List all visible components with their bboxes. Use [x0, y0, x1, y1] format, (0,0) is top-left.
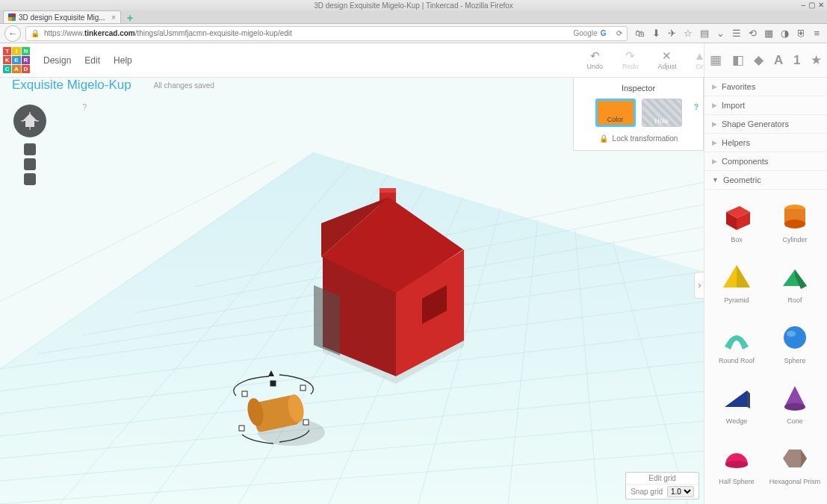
number-tool-icon[interactable]: 1: [793, 53, 800, 68]
close-button[interactable]: ✕: [818, 1, 824, 9]
menu-edit[interactable]: Edit: [84, 55, 100, 66]
library-icon[interactable]: ▤: [700, 28, 709, 39]
reader-icon[interactable]: ☰: [732, 28, 741, 39]
sync-icon[interactable]: ⟲: [749, 28, 757, 39]
shape-box[interactable]: Box: [707, 196, 766, 256]
ruler-tool-icon[interactable]: ◆: [754, 52, 763, 68]
shape-round-roof[interactable]: Round Roof: [707, 317, 766, 377]
shape-sphere[interactable]: Sphere: [766, 317, 824, 377]
right-rail: ▦ ◧ ◆ A 1 ★ ▶Favorites▶Import▶Shape Gene…: [704, 43, 827, 504]
app-menubar: TINKERCAD DesignEditHelp ↶Undo↷Redo✕Adju…: [0, 43, 827, 78]
chevron-right-icon: ▶: [712, 120, 717, 128]
adblock-icon[interactable]: ◑: [781, 28, 789, 39]
undo-button[interactable]: ↶Undo: [586, 51, 603, 70]
save-status: All changes saved: [154, 81, 214, 90]
snap-grid-select[interactable]: 1.0: [667, 486, 694, 497]
edit-grid-button[interactable]: Edit grid: [626, 473, 699, 485]
search-provider: Google G: [573, 29, 606, 37]
menu-design[interactable]: Design: [43, 55, 71, 66]
back-button[interactable]: ←: [4, 25, 21, 42]
svg-point-57: [784, 403, 805, 411]
os-titlebar: 3D design Exquisite Migelo-Kup | Tinkerc…: [0, 0, 827, 10]
lock-transformation[interactable]: 🔒 Lock transformation: [581, 134, 696, 143]
shape-icon: [778, 321, 812, 354]
svg-point-47: [784, 220, 805, 228]
inspector-panel: Inspector Color Hole ? 🔒 Lock transforma…: [573, 78, 704, 151]
cart-icon[interactable]: 🛍: [635, 28, 645, 39]
shape-pyramid[interactable]: Pyramid: [707, 256, 766, 317]
tab-close-icon[interactable]: ×: [111, 13, 116, 22]
adjust-button[interactable]: ✕Adjust: [657, 51, 676, 70]
undo-icon: ↶: [588, 51, 601, 61]
pocket-icon[interactable]: ⌄: [716, 28, 725, 39]
tinkercad-logo[interactable]: TINKERCAD: [0, 44, 33, 77]
shape-icon: [719, 382, 754, 414]
shape-icon: [719, 321, 754, 354]
document-title[interactable]: Exquisite Migelo-Kup: [12, 78, 131, 93]
svg-point-58: [725, 461, 748, 468]
reload-icon[interactable]: ⟳: [616, 29, 622, 37]
shape-hexagonal-prism[interactable]: Hexagonal Prism: [766, 438, 824, 498]
view-home-button[interactable]: [13, 105, 46, 137]
inspector-help-icon[interactable]: ?: [694, 103, 699, 111]
url-text: https://www.tinkercad.com/things/aUsmmfj…: [44, 29, 292, 37]
cube-tool-icon[interactable]: ◧: [732, 52, 744, 68]
adjust-icon: ✕: [660, 51, 674, 61]
browser-toolbar-icons: 🛍 ⬇ ✈ ☆ ▤ ⌄ ☰ ⟲ ▦ ◑ ⛨ ≡: [632, 28, 823, 39]
svg-marker-49: [737, 265, 750, 287]
shape-icon: [778, 261, 812, 293]
chevron-down-icon: ▼: [712, 176, 719, 184]
rail-section-shape-generators[interactable]: ▶Shape Generators: [704, 115, 827, 134]
shield-icon[interactable]: ⛨: [796, 28, 806, 39]
svg-marker-28: [314, 285, 340, 355]
shape-cone[interactable]: Cone: [766, 377, 824, 438]
document-header: Exquisite Migelo-Kup All changes saved: [0, 78, 214, 93]
panel-collapse-button[interactable]: ›: [694, 272, 704, 299]
app-menus: DesignEditHelp: [43, 55, 132, 66]
shapes-grid: BoxCylinderPyramidRoofRound RoofSphereWe…: [704, 190, 827, 504]
redo-button: ↷Redo: [622, 51, 639, 70]
rail-section-geometric[interactable]: ▼ Geometric: [704, 171, 827, 190]
menu-help[interactable]: Help: [114, 55, 132, 66]
snap-grid-label: Snap grid: [631, 488, 663, 496]
rail-section-import[interactable]: ▶Import: [704, 96, 827, 115]
star-icon[interactable]: ☆: [684, 28, 693, 39]
zoom-out-button[interactable]: [24, 173, 36, 185]
menu-icon[interactable]: ≡: [814, 28, 820, 39]
grid-icon[interactable]: ▦: [764, 28, 773, 39]
zoom-in-button[interactable]: [24, 158, 36, 170]
url-bar[interactable]: 🔒 https://www.tinkercad.com/things/aUsmm…: [25, 26, 628, 41]
svg-marker-51: [795, 270, 807, 289]
workspace[interactable]: Inspector Color Hole ? 🔒 Lock transforma…: [0, 78, 704, 504]
shape-icon: [778, 442, 812, 475]
text-tool-icon[interactable]: A: [774, 53, 783, 68]
new-tab-button[interactable]: +: [123, 12, 137, 23]
shape-wedge[interactable]: Wedge: [707, 377, 766, 438]
shape-icon: [719, 261, 754, 293]
snap-grid-panel: Edit grid Snap grid 1.0: [625, 472, 699, 500]
redo-icon: ↷: [624, 51, 637, 61]
shape-icon: [778, 200, 812, 233]
favorite-tool-icon[interactable]: ★: [811, 52, 822, 68]
svg-point-53: [787, 331, 796, 337]
shape-icon: [719, 442, 754, 475]
lock-icon: 🔒: [599, 134, 608, 143]
svg-marker-41: [22, 113, 37, 127]
rail-section-helpers[interactable]: ▶Helpers: [704, 134, 827, 152]
shape-cylinder[interactable]: Cylinder: [766, 196, 824, 256]
view-fit-button[interactable]: [24, 143, 36, 155]
shape-half-sphere[interactable]: Half Sphere: [707, 438, 766, 498]
inspector-hole-swatch[interactable]: Hole: [642, 99, 682, 127]
svg-marker-60: [801, 449, 807, 467]
inspector-color-swatch[interactable]: Color: [595, 99, 636, 127]
workplane-tool-icon[interactable]: ▦: [710, 52, 722, 68]
download-icon[interactable]: ⬇: [652, 28, 660, 39]
send-icon[interactable]: ✈: [668, 28, 676, 39]
rail-section-favorites[interactable]: ▶Favorites: [704, 78, 827, 96]
minimize-button[interactable]: –: [801, 1, 805, 9]
shape-roof[interactable]: Roof: [766, 256, 824, 317]
rail-section-components[interactable]: ▶Components: [704, 152, 827, 171]
maximize-button[interactable]: ▢: [808, 1, 815, 9]
svg-rect-23: [380, 188, 396, 193]
browser-tab[interactable]: 3D design Exquisite Mig... ×: [3, 10, 121, 23]
